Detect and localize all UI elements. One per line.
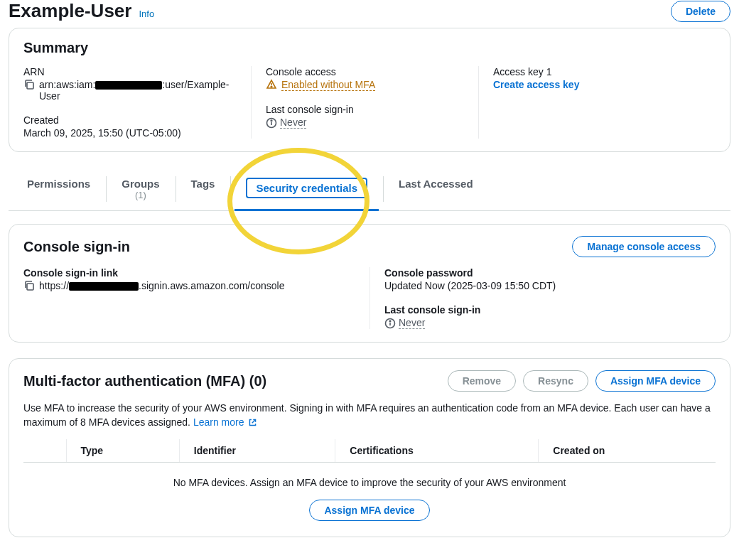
learn-more-link[interactable]: Learn more — [193, 416, 257, 428]
info-icon[interactable] — [266, 117, 277, 129]
mfa-heading: Multi-factor authentication (MFA) (0) — [23, 373, 266, 389]
external-link-icon — [248, 418, 257, 427]
arn-label: ARN — [23, 66, 237, 77]
copy-icon[interactable] — [23, 79, 35, 90]
mfa-description: Use MFA to increase the security of your… — [23, 402, 716, 429]
svg-point-9 — [389, 321, 391, 322]
tab-security-label: Security credentials — [246, 178, 367, 198]
signin-link-label: Console sign-in link — [23, 267, 355, 279]
console-access-value[interactable]: Enabled without MFA — [281, 79, 375, 91]
tab-permissions[interactable]: Permissions — [11, 168, 106, 210]
page-title: Example-User — [9, 0, 131, 22]
col-type: Type — [66, 439, 179, 463]
svg-rect-0 — [27, 82, 33, 89]
access-key-label: Access key 1 — [493, 66, 701, 77]
arn-value: arn:aws:iam::user/Example-User — [39, 79, 237, 102]
col-identifier: Identifier — [179, 439, 335, 463]
svg-point-2 — [271, 86, 272, 87]
mfa-empty-text: No MFA devices. Assign an MFA device to … — [23, 463, 716, 495]
last-signin-value: Never — [280, 117, 306, 129]
mfa-table: Type Identifier Certifications Created o… — [23, 439, 716, 524]
mfa-panel: Multi-factor authentication (MFA) (0) Re… — [9, 358, 730, 537]
mfa-assign-button[interactable]: Assign MFA device — [595, 370, 716, 392]
summary-panel: Summary ARN arn:aws:iam::user/Example-Us… — [9, 28, 730, 152]
copy-icon[interactable] — [23, 280, 35, 291]
col-certifications: Certifications — [335, 439, 539, 463]
delete-button[interactable]: Delete — [671, 1, 730, 22]
info-link[interactable]: Info — [139, 9, 154, 19]
signin-last-value: Never — [399, 317, 425, 329]
svg-rect-6 — [27, 284, 33, 290]
last-signin-label: Last console sign-in — [266, 104, 464, 115]
warning-icon — [266, 79, 277, 90]
col-checkbox — [23, 439, 66, 463]
tab-groups-count: (1) — [122, 190, 159, 200]
col-created-on: Created on — [539, 439, 716, 463]
tab-groups-label: Groups — [122, 178, 159, 190]
signin-link-value: https://.signin.aws.amazon.com/console — [39, 280, 284, 291]
tabs: Permissions Groups (1) Tags Security cre… — [9, 168, 730, 211]
console-signin-panel: Console sign-in Manage console access Co… — [9, 224, 730, 343]
tab-security-credentials[interactable]: Security credentials — [230, 168, 383, 210]
console-signin-heading: Console sign-in — [23, 239, 130, 255]
tab-tags[interactable]: Tags — [176, 168, 231, 210]
signin-last-label: Last console sign-in — [384, 304, 716, 316]
create-access-key-link[interactable]: Create access key — [493, 79, 579, 90]
mfa-remove-button[interactable]: Remove — [448, 370, 516, 392]
mfa-assign-empty-button[interactable]: Assign MFA device — [309, 500, 429, 521]
console-password-label: Console password — [384, 267, 716, 279]
tab-last-accessed[interactable]: Last Accessed — [383, 168, 489, 210]
console-password-value: Updated Now (2025-03-09 15:50 CDT) — [384, 280, 716, 291]
summary-heading: Summary — [23, 40, 716, 56]
manage-console-access-button[interactable]: Manage console access — [572, 236, 716, 257]
info-icon[interactable] — [384, 318, 396, 329]
created-label: Created — [23, 114, 237, 126]
created-value: March 09, 2025, 15:50 (UTC-05:00) — [23, 127, 237, 139]
tab-groups[interactable]: Groups (1) — [106, 168, 175, 210]
mfa-resync-button[interactable]: Resync — [523, 370, 588, 392]
console-access-label: Console access — [266, 66, 464, 77]
svg-point-5 — [271, 120, 272, 122]
